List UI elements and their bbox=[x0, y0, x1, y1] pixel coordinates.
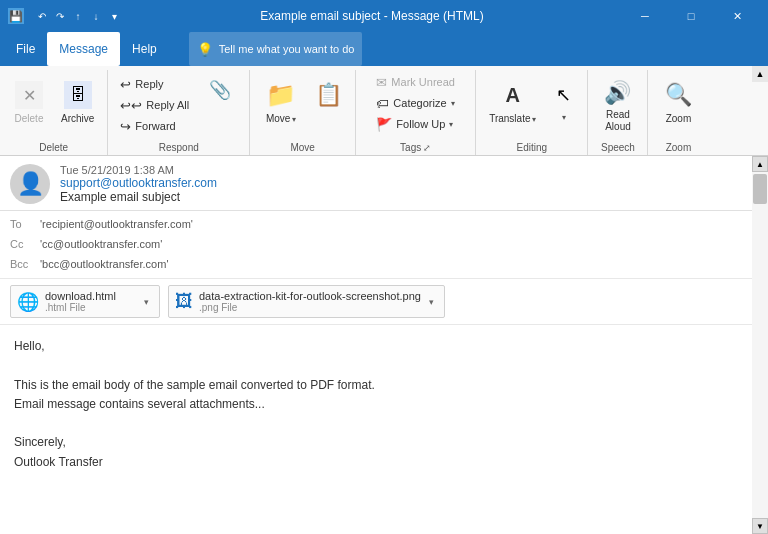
body-greeting: Hello, bbox=[14, 337, 744, 356]
attachment-1-dropdown[interactable]: ▾ bbox=[142, 295, 151, 309]
up-button[interactable]: ↑ bbox=[70, 8, 86, 24]
reply-button[interactable]: ↩ Reply bbox=[114, 74, 195, 94]
attachment-1-info: download.html .html File bbox=[45, 290, 116, 313]
email-body: Hello, This is the email body of the sam… bbox=[0, 325, 768, 534]
categorize-dropdown: ▾ bbox=[451, 99, 455, 108]
email-date: Tue 5/21/2019 1:38 AM bbox=[60, 164, 758, 176]
bcc-value: 'bcc@outlooktransfer.com' bbox=[40, 255, 168, 275]
move-group-buttons: 📁 Move ▾ 📋 bbox=[256, 72, 349, 140]
email-meta: Tue 5/21/2019 1:38 AM support@outlooktra… bbox=[60, 164, 758, 204]
scrollbar: ▲ ▼ bbox=[752, 156, 768, 534]
zoom-group-buttons: 🔍 Zoom bbox=[655, 72, 701, 140]
email-header: 👤 Tue 5/21/2019 1:38 AM support@outlookt… bbox=[0, 156, 768, 211]
reply-label: Reply bbox=[135, 78, 163, 90]
attachment-2[interactable]: 🖼 data-extraction-kit-for-outlook-screen… bbox=[168, 285, 445, 318]
minimize-button[interactable]: ─ bbox=[622, 0, 668, 32]
email-from[interactable]: support@outlooktransfer.com bbox=[60, 176, 758, 190]
more-move-icon: 📋 bbox=[315, 77, 342, 113]
attachments: 🌐 download.html .html File ▾ 🖼 data-extr… bbox=[0, 279, 768, 325]
translate-label: Translate bbox=[489, 113, 530, 125]
email-fields: To 'recipient@outlooktransfer.com' Cc 'c… bbox=[0, 211, 768, 279]
scroll-down-button[interactable]: ▼ bbox=[752, 518, 768, 534]
body-line1: This is the email body of the sample ema… bbox=[14, 376, 744, 395]
title-bar-left: 💾 ↶ ↷ ↑ ↓ ▾ bbox=[8, 8, 122, 24]
mark-unread-button[interactable]: ✉ Mark Unread bbox=[370, 72, 461, 92]
tags-inner: ✉ Mark Unread 🏷 Categorize ▾ 🚩 Follow Up… bbox=[370, 72, 461, 134]
ribbon-group-respond: ↩ Reply ↩↩ Reply All ↪ Forward 📎 Respond bbox=[108, 70, 250, 155]
menu-search[interactable]: 💡 Tell me what you want to do bbox=[189, 32, 363, 66]
save-icon[interactable]: 💾 bbox=[8, 8, 24, 24]
move-button[interactable]: 📁 Move ▾ bbox=[256, 72, 306, 138]
zoom-group-label: Zoom bbox=[666, 142, 692, 155]
select-dropdown: ▾ bbox=[562, 113, 566, 122]
respond-extra-button[interactable]: 📎 bbox=[197, 74, 243, 140]
redo-button[interactable]: ↷ bbox=[52, 8, 68, 24]
menu-bar: File Message Help 💡 Tell me what you wan… bbox=[0, 32, 768, 66]
move-group-label: Move bbox=[290, 142, 314, 155]
email-cc-field: Cc 'cc@outlooktransfer.com' bbox=[10, 235, 758, 255]
attachment-2-info: data-extraction-kit-for-outlook-screensh… bbox=[199, 290, 421, 313]
attachment-1-type: .html File bbox=[45, 302, 116, 313]
body-closing: Sincerely, bbox=[14, 433, 744, 452]
forward-icon: ↪ bbox=[120, 119, 131, 134]
follow-up-label: Follow Up bbox=[396, 118, 445, 130]
attachment-1[interactable]: 🌐 download.html .html File ▾ bbox=[10, 285, 160, 318]
zoom-button[interactable]: 🔍 Zoom bbox=[655, 72, 701, 138]
more-move-button[interactable]: 📋 bbox=[308, 72, 349, 138]
archive-label: Archive bbox=[61, 113, 94, 125]
archive-button[interactable]: 🗄 Archive bbox=[54, 72, 101, 138]
menu-message[interactable]: Message bbox=[47, 32, 120, 66]
categorize-label: Categorize bbox=[393, 97, 446, 109]
down-button[interactable]: ↓ bbox=[88, 8, 104, 24]
attachment-2-dropdown[interactable]: ▾ bbox=[427, 295, 436, 309]
respond-group-label: Respond bbox=[159, 142, 199, 155]
title-bar-controls: ↶ ↷ ↑ ↓ ▾ bbox=[34, 8, 122, 24]
undo-button[interactable]: ↶ bbox=[34, 8, 50, 24]
categorize-button[interactable]: 🏷 Categorize ▾ bbox=[370, 93, 461, 113]
close-button[interactable]: ✕ bbox=[714, 0, 760, 32]
tags-expand-icon[interactable]: ⤢ bbox=[423, 143, 431, 153]
menu-file[interactable]: File bbox=[4, 32, 47, 66]
tags-group-buttons: ✉ Mark Unread 🏷 Categorize ▾ 🚩 Follow Up… bbox=[370, 72, 461, 140]
translate-icon: A bbox=[506, 77, 520, 113]
email-bcc-field: Bcc 'bcc@outlooktransfer.com' bbox=[10, 255, 758, 275]
select-button[interactable]: ↖ ▾ bbox=[545, 72, 581, 138]
scroll-up-button[interactable]: ▲ bbox=[752, 156, 768, 172]
to-label: To bbox=[10, 215, 34, 235]
scroll-thumb bbox=[753, 174, 767, 204]
translate-button[interactable]: A Translate ▾ bbox=[482, 72, 543, 138]
reply-icon: ↩ bbox=[120, 77, 131, 92]
editing-group-buttons: A Translate ▾ ↖ ▾ bbox=[482, 72, 581, 140]
forward-label: Forward bbox=[135, 120, 175, 132]
editing-group-label: Editing bbox=[517, 142, 548, 155]
menu-help[interactable]: Help bbox=[120, 32, 169, 66]
customize-button[interactable]: ▾ bbox=[106, 8, 122, 24]
read-aloud-label: ReadAloud bbox=[605, 109, 631, 133]
speech-group-buttons: 🔊 ReadAloud bbox=[595, 72, 641, 140]
ribbon-group-zoom: 🔍 Zoom Zoom bbox=[648, 70, 708, 155]
speech-group-label: Speech bbox=[601, 142, 635, 155]
forward-button[interactable]: ↪ Forward bbox=[114, 116, 195, 136]
body-line2: Email message contains several attachmen… bbox=[14, 395, 744, 414]
categorize-icon: 🏷 bbox=[376, 96, 389, 111]
ribbon-group-tags: ✉ Mark Unread 🏷 Categorize ▾ 🚩 Follow Up… bbox=[356, 70, 476, 155]
collapse-ribbon-button[interactable]: ▲ bbox=[752, 66, 768, 82]
follow-up-button[interactable]: 🚩 Follow Up ▾ bbox=[370, 114, 461, 134]
scroll-track bbox=[752, 172, 768, 518]
delete-group-buttons: ✕ Delete 🗄 Archive bbox=[6, 72, 101, 140]
move-icon: 📁 bbox=[266, 77, 296, 113]
restore-button[interactable]: □ bbox=[668, 0, 714, 32]
ribbon-group-delete: ✕ Delete 🗄 Archive Delete bbox=[0, 70, 108, 155]
avatar: 👤 bbox=[10, 164, 50, 204]
tags-group-label: Tags ⤢ bbox=[400, 142, 431, 155]
read-aloud-icon: 🔊 bbox=[604, 77, 631, 109]
reply-all-button[interactable]: ↩↩ Reply All bbox=[114, 95, 195, 115]
translate-dropdown: ▾ bbox=[532, 115, 536, 124]
respond-group-buttons: ↩ Reply ↩↩ Reply All ↪ Forward 📎 bbox=[114, 72, 243, 140]
search-placeholder: Tell me what you want to do bbox=[219, 43, 355, 55]
attachment-2-icon: 🖼 bbox=[175, 291, 193, 312]
attachment-2-type: .png File bbox=[199, 302, 421, 313]
delete-button[interactable]: ✕ Delete bbox=[6, 72, 52, 138]
read-aloud-button[interactable]: 🔊 ReadAloud bbox=[595, 72, 641, 138]
reply-all-label: Reply All bbox=[146, 99, 189, 111]
